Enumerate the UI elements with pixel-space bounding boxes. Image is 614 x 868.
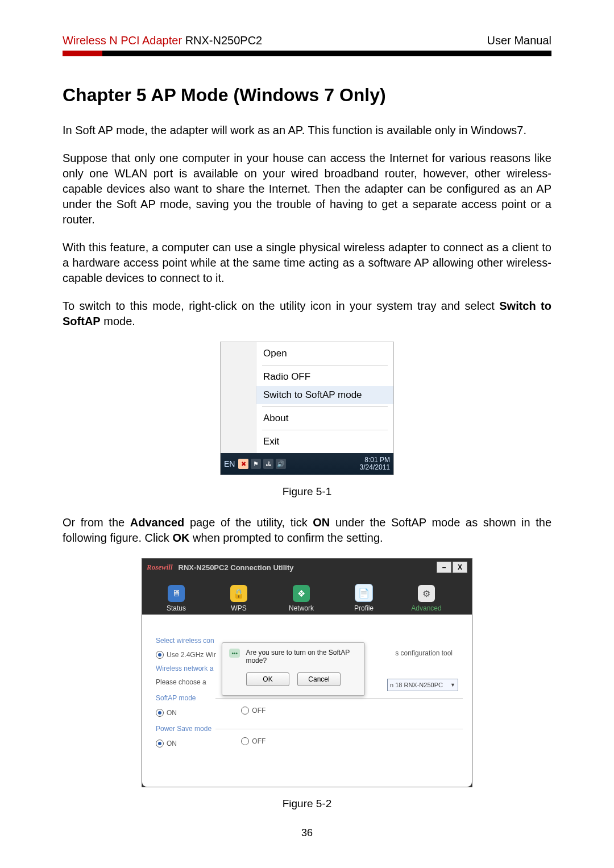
tab-wps[interactable]: 🔒 WPS [216,585,262,612]
tab-advanced[interactable]: ⚙ Advanced [404,585,449,612]
figure-5-2-caption: Figure 5-2 [63,798,551,810]
product-name-red: Wireless N PCI Adapter [63,34,182,47]
label-config-tool: s configuration tool [395,649,453,657]
dialog-info-icon: ••• [229,649,240,658]
header-rule [63,51,551,56]
tray-flag-icon[interactable]: ✖ [238,459,248,469]
tray-icons: ✖ ⚑ 🖧 🔊 [238,459,286,469]
figure-5-1: Open Radio OFF Switch to SoftAP mode Abo… [220,342,394,475]
radio-softap-on[interactable]: ON [156,709,177,717]
radio-power-on[interactable]: ON [156,740,177,747]
page-number: 36 [63,827,551,839]
adapter-dropdown[interactable]: n 18 RNX-N250PC▼ [387,679,458,691]
tray-network-icon[interactable]: 🖧 [263,459,273,469]
profile-icon: 📄 [355,584,373,602]
radio-softap-off[interactable]: OFF [241,707,265,715]
ok-button[interactable]: OK [246,672,289,686]
tray-action-center-icon[interactable]: ⚑ [251,459,261,469]
tray-volume-icon[interactable]: 🔊 [276,459,286,469]
tab-status[interactable]: 🖥 Status [154,585,199,612]
figure-5-2: Rosewill RNX-N250PC2 Connection Utility … [142,558,472,787]
dialog-message: Are you sure to turn on the SoftAP mode? [246,649,358,665]
menu-item-about[interactable]: About [256,409,393,427]
header-right: User Manual [487,34,551,47]
status-icon: 🖥 [168,585,185,602]
para-5: Or from the Advanced page of the utility… [63,515,551,546]
radio-power-off[interactable]: OFF [241,737,265,745]
taskbar: EN ✖ ⚑ 🖧 🔊 8:01 PM3/24/2011 [221,453,393,475]
product-name-black: RNX-N250PC2 [182,34,262,47]
network-icon: ❖ [293,585,310,602]
tab-profile[interactable]: 📄 Profile [341,584,387,612]
cancel-button[interactable]: Cancel [297,672,341,686]
menu-item-switch-softap[interactable]: Switch to SoftAP mode [256,386,393,404]
para-3: With this feature, a computer can use a … [63,240,551,286]
running-header: Wireless N PCI Adapter RNX-N250PC2 User … [63,34,551,47]
brand-logo: Rosewill [147,563,173,572]
menu-item-open[interactable]: Open [256,344,393,363]
menu-item-exit[interactable]: Exit [256,433,393,451]
chapter-title: Chapter 5 AP Mode (Windows 7 Only) [63,85,551,106]
wps-icon: 🔒 [230,585,247,602]
section-power-save: Power Save mode [156,725,463,733]
figure-5-1-caption: Figure 5-1 [63,485,551,498]
window-titlebar: Rosewill RNX-N250PC2 Connection Utility … [142,559,472,576]
para-2: Suppose that only one computer in your h… [63,151,551,227]
para-4: To switch to this mode, right-click on t… [63,298,551,329]
close-button[interactable]: X [453,562,467,573]
taskbar-clock[interactable]: 8:01 PM3/24/2011 [360,456,390,471]
tab-bar: 🖥 Status 🔒 WPS ❖ Network 📄 Profile ⚙ Adv… [142,576,472,614]
advanced-panel: Select wireless con Use 2.4GHz Wir Wirel… [142,614,472,780]
advanced-icon: ⚙ [418,585,435,602]
menu-item-radio-off[interactable]: Radio OFF [256,368,393,386]
language-indicator[interactable]: EN [224,459,235,468]
tab-network[interactable]: ❖ Network [279,585,324,612]
minimize-button[interactable]: – [437,562,451,573]
confirm-dialog: ••• Are you sure to turn on the SoftAP m… [222,642,365,696]
chevron-down-icon: ▼ [450,682,455,688]
para-1: In Soft AP mode, the adapter will work a… [63,123,551,138]
window-title: RNX-N250PC2 Connection Utility [179,563,294,572]
